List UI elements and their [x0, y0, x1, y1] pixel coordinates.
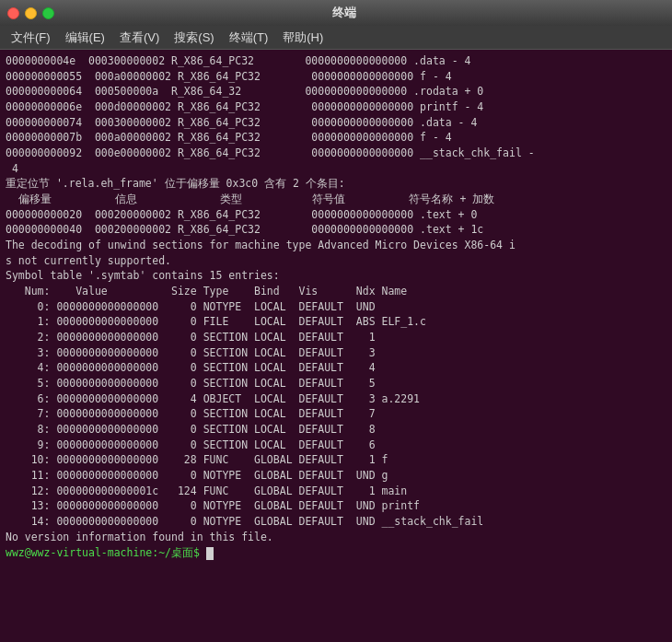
maximize-button[interactable]	[42, 7, 54, 19]
menu-item[interactable]: 查看(V)	[112, 28, 167, 48]
terminal-line: No version information found in this fil…	[6, 530, 666, 545]
terminal-line: 10: 0000000000000000 28 FUNC GLOBAL DEFA…	[6, 452, 666, 468]
terminal-line: 3: 0000000000000000 0 SECTION LOCAL DEFA…	[6, 345, 666, 361]
terminal-line: 8: 0000000000000000 0 SECTION LOCAL DEFA…	[6, 422, 666, 438]
terminal-line: 000000000040 000200000002 R_X86_64_PC32 …	[6, 222, 666, 238]
menu-item[interactable]: 搜索(S)	[167, 28, 221, 48]
terminal-line: 2: 0000000000000000 0 SECTION LOCAL DEFA…	[6, 330, 666, 345]
menu-item[interactable]: 终端(T)	[222, 28, 276, 48]
terminal-line: 00000000006e 000d00000002 R_X86_64_PC32 …	[6, 99, 666, 115]
menu-item[interactable]: 帮助(H)	[275, 28, 330, 48]
menu-bar: 文件(F)编辑(E)查看(V)搜索(S)终端(T)帮助(H)	[0, 26, 672, 50]
terminal-line: 4: 0000000000000000 0 SECTION LOCAL DEFA…	[6, 360, 666, 376]
terminal-line: 5: 0000000000000000 0 SECTION LOCAL DEFA…	[6, 376, 666, 391]
terminal-line: 00000000007b 000a00000002 R_X86_64_PC32 …	[6, 130, 666, 146]
terminal-line: 000000000074 000300000002 R_X86_64_PC32 …	[6, 115, 666, 131]
title-bar: 终端	[0, 0, 672, 26]
terminal-line: 000000000020 000200000002 R_X86_64_PC32 …	[6, 207, 666, 223]
window-title: 终端	[60, 5, 628, 21]
terminal-line: Symbol table '.symtab' contains 15 entri…	[6, 268, 666, 284]
terminal-line: 000000000064 000500000a R_X86_64_32 0000…	[6, 84, 666, 99]
terminal-line: 7: 0000000000000000 0 SECTION LOCAL DEFA…	[6, 406, 666, 422]
terminal-line: 重定位节 '.rela.eh_frame' 位于偏移量 0x3c0 含有 2 个…	[6, 176, 666, 192]
terminal-line: 0: 0000000000000000 0 NOTYPE LOCAL DEFAU…	[6, 299, 666, 315]
terminal-line: 11: 0000000000000000 0 NOTYPE GLOBAL DEF…	[6, 468, 666, 484]
terminal-line: 000000000055 000a00000002 R_X86_64_PC32 …	[6, 69, 666, 85]
terminal-line: 偏移量 信息 类型 符号值 符号名称 + 加数	[6, 192, 666, 207]
terminal-line: wwz@wwz-virtual-machine:~/桌面$	[6, 545, 666, 561]
terminal-line: 13: 0000000000000000 0 NOTYPE GLOBAL DEF…	[6, 498, 666, 514]
terminal-line: The decoding of unwind sections for mach…	[6, 238, 666, 253]
terminal-line: 0000000004e 000300000002 R_X86_64_PC32 0…	[6, 53, 666, 69]
menu-item[interactable]: 文件(F)	[4, 28, 58, 48]
terminal-line: Num: Value Size Type Bind Vis Ndx Name	[6, 284, 666, 299]
terminal-body[interactable]: 0000000004e 000300000002 R_X86_64_PC32 0…	[0, 50, 672, 642]
terminal-line: 14: 0000000000000000 0 NOTYPE GLOBAL DEF…	[6, 514, 666, 530]
terminal-line: 1: 0000000000000000 0 FILE LOCAL DEFAULT…	[6, 314, 666, 330]
terminal-line: 6: 0000000000000000 4 OBJECT LOCAL DEFAU…	[6, 391, 666, 407]
minimize-button[interactable]	[25, 7, 37, 19]
menu-item[interactable]: 编辑(E)	[58, 28, 112, 48]
terminal-line: 12: 000000000000001c 124 FUNC GLOBAL DEF…	[6, 484, 666, 499]
terminal-line: s not currently supported.	[6, 253, 666, 269]
terminal-line: 9: 0000000000000000 0 SECTION LOCAL DEFA…	[6, 438, 666, 453]
terminal-line: 000000000092 000e00000002 R_X86_64_PC32 …	[6, 146, 666, 161]
close-button[interactable]	[7, 7, 19, 19]
terminal-line: 4	[6, 161, 666, 177]
